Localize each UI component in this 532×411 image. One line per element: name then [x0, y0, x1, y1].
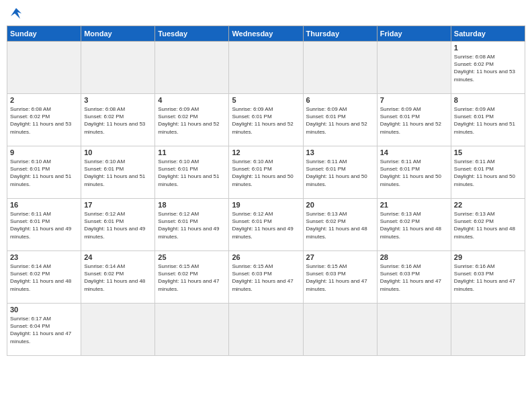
day-info: Sunrise: 6:09 AMSunset: 6:01 PMDaylight:…: [306, 105, 374, 136]
day-number: 9: [10, 148, 78, 156]
calendar-header-thursday: Thursday: [303, 26, 377, 42]
day-info: Sunrise: 6:15 AMSunset: 6:02 PMDaylight:…: [158, 263, 226, 293]
day-number: 25: [158, 253, 226, 261]
day-info: Sunrise: 6:11 AMSunset: 6:01 PMDaylight:…: [306, 158, 374, 188]
day-info: Sunrise: 6:11 AMSunset: 6:01 PMDaylight:…: [10, 210, 78, 240]
calendar-cell-15: 15Sunrise: 6:11 AMSunset: 6:01 PMDayligh…: [451, 146, 525, 199]
day-info: Sunrise: 6:13 AMSunset: 6:02 PMDaylight:…: [380, 210, 448, 240]
day-number: 18: [158, 201, 226, 209]
day-number: 1: [454, 44, 522, 52]
calendar-cell-11: 11Sunrise: 6:10 AMSunset: 6:01 PMDayligh…: [155, 146, 229, 199]
day-number: 16: [10, 201, 78, 209]
day-info: Sunrise: 6:17 AMSunset: 6:04 PMDaylight:…: [10, 315, 78, 345]
calendar-cell-24: 24Sunrise: 6:14 AMSunset: 6:02 PMDayligh…: [81, 251, 155, 304]
header: [7, 7, 525, 20]
calendar-cell-2: 2Sunrise: 6:08 AMSunset: 6:02 PMDaylight…: [7, 94, 81, 146]
calendar-cell-12: 12Sunrise: 6:10 AMSunset: 6:01 PMDayligh…: [229, 146, 303, 199]
day-info: Sunrise: 6:15 AMSunset: 6:03 PMDaylight:…: [232, 263, 300, 293]
day-info: Sunrise: 6:12 AMSunset: 6:01 PMDaylight:…: [158, 210, 226, 240]
calendar-cell-empty: [377, 304, 451, 356]
calendar-cell-9: 9Sunrise: 6:10 AMSunset: 6:01 PMDaylight…: [7, 146, 81, 199]
calendar-cell-6: 6Sunrise: 6:09 AMSunset: 6:01 PMDaylight…: [303, 94, 377, 146]
day-number: 5: [232, 96, 300, 104]
calendar-table: SundayMondayTuesdayWednesdayThursdayFrid…: [7, 26, 525, 356]
calendar-cell-21: 21Sunrise: 6:13 AMSunset: 6:02 PMDayligh…: [377, 199, 451, 251]
day-info: Sunrise: 6:12 AMSunset: 6:01 PMDaylight:…: [84, 210, 152, 240]
calendar-header-friday: Friday: [377, 26, 451, 42]
calendar-cell-17: 17Sunrise: 6:12 AMSunset: 6:01 PMDayligh…: [81, 199, 155, 251]
calendar-cell-14: 14Sunrise: 6:11 AMSunset: 6:01 PMDayligh…: [377, 146, 451, 199]
day-info: Sunrise: 6:13 AMSunset: 6:02 PMDaylight:…: [454, 210, 522, 240]
calendar-cell-10: 10Sunrise: 6:10 AMSunset: 6:01 PMDayligh…: [81, 146, 155, 199]
day-info: Sunrise: 6:13 AMSunset: 6:02 PMDaylight:…: [306, 210, 374, 240]
calendar-cell-13: 13Sunrise: 6:11 AMSunset: 6:01 PMDayligh…: [303, 146, 377, 199]
day-info: Sunrise: 6:10 AMSunset: 6:01 PMDaylight:…: [10, 158, 78, 188]
day-number: 24: [84, 253, 152, 261]
calendar-cell-20: 20Sunrise: 6:13 AMSunset: 6:02 PMDayligh…: [303, 199, 377, 251]
day-number: 8: [454, 96, 522, 104]
calendar-cell-30: 30Sunrise: 6:17 AMSunset: 6:04 PMDayligh…: [7, 304, 81, 356]
day-info: Sunrise: 6:10 AMSunset: 6:01 PMDaylight:…: [84, 158, 152, 188]
day-number: 3: [84, 96, 152, 104]
day-info: Sunrise: 6:12 AMSunset: 6:01 PMDaylight:…: [232, 210, 300, 240]
day-number: 19: [232, 201, 300, 209]
day-number: 20: [306, 201, 374, 209]
calendar-cell-empty: [155, 304, 229, 356]
day-number: 21: [380, 201, 448, 209]
calendar-cell-22: 22Sunrise: 6:13 AMSunset: 6:02 PMDayligh…: [451, 199, 525, 251]
calendar-cell-27: 27Sunrise: 6:15 AMSunset: 6:03 PMDayligh…: [303, 251, 377, 304]
calendar-week-0: 1Sunrise: 6:08 AMSunset: 6:02 PMDaylight…: [7, 42, 525, 94]
calendar-cell-empty: [377, 42, 451, 94]
day-info: Sunrise: 6:10 AMSunset: 6:01 PMDaylight:…: [232, 158, 300, 188]
calendar-cell-empty: [7, 42, 81, 94]
calendar-cell-3: 3Sunrise: 6:08 AMSunset: 6:02 PMDaylight…: [81, 94, 155, 146]
day-number: 2: [10, 96, 78, 104]
logo-bird-icon: [8, 7, 24, 20]
calendar-cell-23: 23Sunrise: 6:14 AMSunset: 6:02 PMDayligh…: [7, 251, 81, 304]
calendar-cell-empty: [303, 304, 377, 356]
day-number: 14: [380, 148, 448, 156]
day-info: Sunrise: 6:16 AMSunset: 6:03 PMDaylight:…: [380, 263, 448, 293]
day-number: 26: [232, 253, 300, 261]
calendar-header-saturday: Saturday: [451, 26, 525, 42]
calendar-cell-8: 8Sunrise: 6:09 AMSunset: 6:01 PMDaylight…: [451, 94, 525, 146]
calendar-week-3: 16Sunrise: 6:11 AMSunset: 6:01 PMDayligh…: [7, 199, 525, 251]
day-number: 10: [84, 148, 152, 156]
day-number: 29: [454, 253, 522, 261]
day-number: 22: [454, 201, 522, 209]
calendar-cell-empty: [81, 304, 155, 356]
calendar-cell-4: 4Sunrise: 6:09 AMSunset: 6:02 PMDaylight…: [155, 94, 229, 146]
day-number: 30: [10, 306, 78, 314]
day-info: Sunrise: 6:09 AMSunset: 6:02 PMDaylight:…: [158, 105, 226, 136]
day-info: Sunrise: 6:10 AMSunset: 6:01 PMDaylight:…: [158, 158, 226, 188]
calendar-week-1: 2Sunrise: 6:08 AMSunset: 6:02 PMDaylight…: [7, 94, 525, 146]
day-info: Sunrise: 6:11 AMSunset: 6:01 PMDaylight:…: [454, 158, 522, 188]
day-number: 27: [306, 253, 374, 261]
calendar-header-wednesday: Wednesday: [229, 26, 303, 42]
day-info: Sunrise: 6:08 AMSunset: 6:02 PMDaylight:…: [84, 105, 152, 136]
day-number: 17: [84, 201, 152, 209]
day-number: 15: [454, 148, 522, 156]
day-number: 4: [158, 96, 226, 104]
day-info: Sunrise: 6:15 AMSunset: 6:03 PMDaylight:…: [306, 263, 374, 293]
calendar-cell-19: 19Sunrise: 6:12 AMSunset: 6:01 PMDayligh…: [229, 199, 303, 251]
logo: [7, 7, 24, 20]
calendar-header-sunday: Sunday: [7, 26, 81, 42]
calendar-cell-28: 28Sunrise: 6:16 AMSunset: 6:03 PMDayligh…: [377, 251, 451, 304]
calendar-cell-16: 16Sunrise: 6:11 AMSunset: 6:01 PMDayligh…: [7, 199, 81, 251]
calendar-cell-empty: [155, 42, 229, 94]
calendar-cell-empty: [229, 42, 303, 94]
calendar-week-5: 30Sunrise: 6:17 AMSunset: 6:04 PMDayligh…: [7, 304, 525, 356]
day-number: 6: [306, 96, 374, 104]
day-number: 23: [10, 253, 78, 261]
calendar-cell-29: 29Sunrise: 6:16 AMSunset: 6:03 PMDayligh…: [451, 251, 525, 304]
day-info: Sunrise: 6:16 AMSunset: 6:03 PMDaylight:…: [454, 263, 522, 293]
calendar-cell-empty: [229, 304, 303, 356]
svg-marker-0: [11, 8, 21, 19]
day-number: 12: [232, 148, 300, 156]
day-info: Sunrise: 6:08 AMSunset: 6:02 PMDaylight:…: [10, 105, 78, 136]
calendar-cell-26: 26Sunrise: 6:15 AMSunset: 6:03 PMDayligh…: [229, 251, 303, 304]
calendar-cell-empty: [451, 304, 525, 356]
calendar-cell-5: 5Sunrise: 6:09 AMSunset: 6:01 PMDaylight…: [229, 94, 303, 146]
day-number: 13: [306, 148, 374, 156]
